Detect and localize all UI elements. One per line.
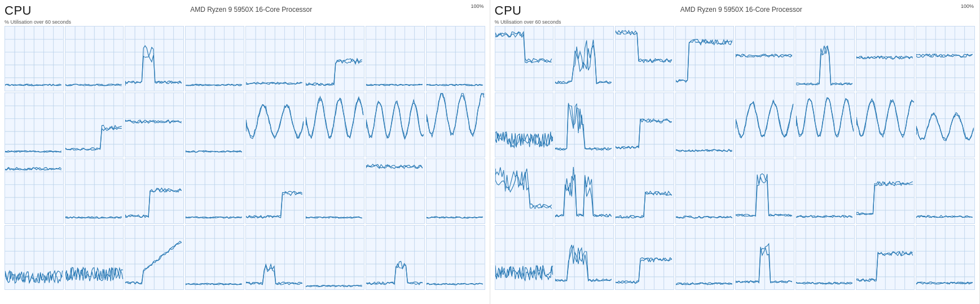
left-cpu-title: CPU xyxy=(5,3,32,18)
chart-cell xyxy=(125,225,184,290)
chart-cell xyxy=(555,92,614,158)
right-panel: CPU AMD Ryzen 9 5950X 16-Core Processor … xyxy=(490,0,981,304)
chart-cell xyxy=(305,26,364,91)
chart-cell xyxy=(495,26,554,91)
chart-cell xyxy=(185,26,244,91)
chart-cell xyxy=(65,26,124,91)
chart-cell xyxy=(796,92,855,158)
chart-cell xyxy=(245,225,305,290)
chart-cell xyxy=(615,92,674,158)
right-header: CPU AMD Ryzen 9 5950X 16-Core Processor … xyxy=(495,3,975,18)
chart-cell xyxy=(916,26,975,91)
left-header: CPU AMD Ryzen 9 5950X 16-Core Processor … xyxy=(5,3,485,18)
chart-cell xyxy=(555,158,614,224)
chart-cell xyxy=(495,225,554,290)
chart-cell xyxy=(495,158,554,224)
chart-cell xyxy=(856,158,915,224)
chart-cell xyxy=(426,92,485,158)
chart-cell xyxy=(305,92,364,158)
right-processor-name: AMD Ryzen 9 5950X 16-Core Processor xyxy=(521,3,961,14)
chart-cell xyxy=(735,225,794,290)
chart-cell xyxy=(5,26,64,91)
chart-cell xyxy=(735,26,794,91)
chart-cell xyxy=(245,92,305,158)
chart-cell xyxy=(916,225,975,290)
chart-cell xyxy=(675,158,735,224)
chart-cell xyxy=(245,26,305,91)
chart-cell xyxy=(366,158,425,224)
chart-cell xyxy=(185,92,244,158)
left-panel: CPU AMD Ryzen 9 5950X 16-Core Processor … xyxy=(0,0,490,304)
chart-cell xyxy=(916,92,975,158)
chart-cell xyxy=(675,26,735,91)
chart-cell xyxy=(185,158,244,224)
chart-cell xyxy=(366,26,425,91)
chart-cell xyxy=(555,225,614,290)
chart-cell xyxy=(366,225,425,290)
chart-cell xyxy=(305,158,364,224)
chart-cell xyxy=(426,158,485,224)
chart-cell xyxy=(796,26,855,91)
chart-cell xyxy=(125,26,184,91)
chart-cell xyxy=(675,92,735,158)
left-percent: 100% xyxy=(471,3,485,9)
left-processor-name: AMD Ryzen 9 5950X 16-Core Processor xyxy=(32,3,471,14)
chart-cell xyxy=(125,92,184,158)
right-percent: 100% xyxy=(961,3,975,9)
chart-cell xyxy=(856,26,915,91)
chart-cell xyxy=(615,225,674,290)
chart-cell xyxy=(555,26,614,91)
chart-cell xyxy=(65,92,124,158)
right-util-label: % Utilisation over 60 seconds xyxy=(495,19,975,25)
chart-cell xyxy=(305,225,364,290)
chart-cell xyxy=(125,158,184,224)
chart-cell xyxy=(796,158,855,224)
right-chart-grid xyxy=(495,26,975,290)
chart-cell xyxy=(735,158,794,224)
right-cpu-title: CPU xyxy=(495,3,522,18)
chart-cell xyxy=(796,225,855,290)
chart-cell xyxy=(5,158,64,224)
chart-cell xyxy=(735,92,794,158)
chart-cell xyxy=(856,225,915,290)
left-util-label: % Utilisation over 60 seconds xyxy=(5,19,485,25)
chart-cell xyxy=(675,225,735,290)
chart-cell xyxy=(916,158,975,224)
chart-cell xyxy=(856,92,915,158)
chart-cell xyxy=(65,225,124,290)
chart-cell xyxy=(5,225,64,290)
chart-cell xyxy=(615,26,674,91)
chart-cell xyxy=(426,225,485,290)
chart-cell xyxy=(366,92,425,158)
chart-cell xyxy=(426,26,485,91)
chart-cell xyxy=(615,158,674,224)
chart-cell xyxy=(5,92,64,158)
chart-cell xyxy=(245,158,305,224)
chart-cell xyxy=(185,225,244,290)
chart-cell xyxy=(65,158,124,224)
chart-cell xyxy=(495,92,554,158)
left-chart-grid xyxy=(5,26,485,290)
